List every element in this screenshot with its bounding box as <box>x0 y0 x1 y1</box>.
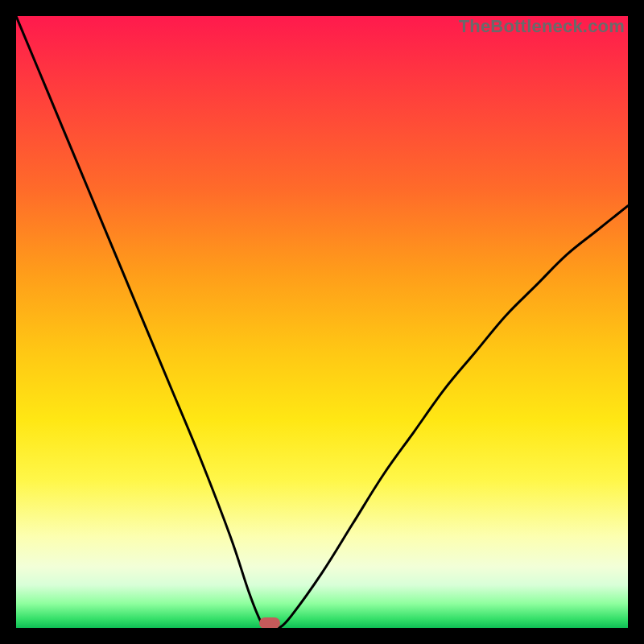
bottleneck-curve <box>16 16 628 628</box>
curve-right-branch <box>273 206 628 628</box>
watermark-text: TheBottleneck.com <box>459 16 625 37</box>
optimal-point-marker <box>259 617 280 628</box>
plot-area: TheBottleneck.com <box>16 16 628 628</box>
curve-left-branch <box>16 16 273 628</box>
chart-frame: TheBottleneck.com <box>0 0 644 644</box>
